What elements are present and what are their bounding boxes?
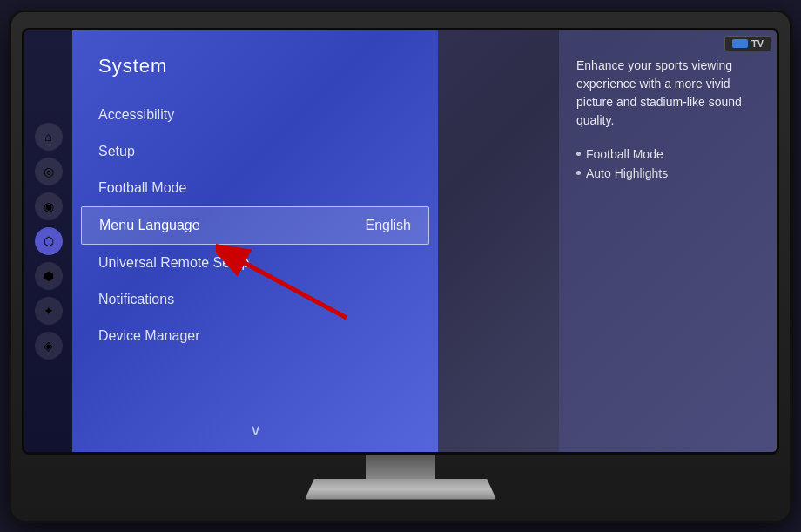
menu-items: Accessibility Setup Football Mode Menu L… [72,97,438,354]
tv-screen-bezel: TV ⌂ ◎ ◉ ⬡ ⬢ ✦ ◈ System Accessibility [22,28,779,455]
tv-indicator-label: TV [751,38,764,49]
menu-item-menu-language[interactable]: Menu Language English [81,206,429,245]
menu-item-device-manager[interactable]: Device Manager [72,318,438,354]
info-description: Enhance your sports viewing experience w… [576,57,759,130]
menu-item-setup[interactable]: Setup [72,133,438,170]
sidebar-icon-cube[interactable]: ⬢ [35,262,63,290]
info-feature-football-mode: Football Mode [576,147,759,161]
sidebar-icon-apps[interactable]: ⬡ [35,227,63,255]
menu-item-accessibility[interactable]: Accessibility [72,97,438,133]
tv-screen: TV ⌂ ◎ ◉ ⬡ ⬢ ✦ ◈ System Accessibility [24,30,777,452]
tv-shell: TV ⌂ ◎ ◉ ⬡ ⬢ ✦ ◈ System Accessibility [9,10,792,523]
sidebar-icon-settings[interactable]: ◎ [35,158,63,185]
tv-stand [305,455,496,500]
menu-item-label: Menu Language [99,218,200,233]
info-feature-auto-highlights: Auto Highlights [576,166,759,180]
bullet-icon [576,152,581,156]
tv-indicator: TV [724,36,771,51]
tv-stand-base [305,479,496,500]
menu-item-notifications[interactable]: Notifications [72,281,438,318]
chevron-down-icon: ∨ [250,421,261,440]
sidebar-icon-info[interactable]: ◈ [35,332,63,360]
tv-stand-neck [366,455,435,479]
menu-item-universal-remote[interactable]: Universal Remote Setup [72,245,438,281]
system-panel: System Accessibility Setup Football Mode… [72,30,438,452]
system-title: System [72,30,438,97]
sidebar: ⌂ ◎ ◉ ⬡ ⬢ ✦ ◈ [24,30,72,452]
info-features: Football Mode Auto Highlights [576,147,759,180]
menu-item-value: English [366,218,411,233]
menu-item-football-mode[interactable]: Football Mode [72,170,438,206]
bullet-icon [576,171,581,175]
sidebar-icon-home[interactable]: ⌂ [35,123,63,151]
info-panel: Enhance your sports viewing experience w… [559,30,777,452]
sidebar-icon-media[interactable]: ◉ [35,192,63,220]
tv-indicator-light [732,39,748,48]
sidebar-icon-gear[interactable]: ✦ [35,297,63,325]
